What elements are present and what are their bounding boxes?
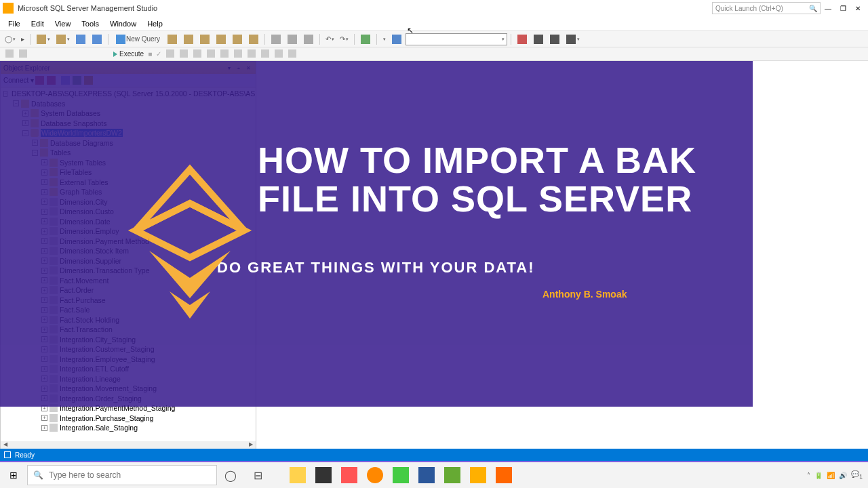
search-icon: 🔍 xyxy=(809,5,817,12)
tree-node[interactable]: +Integration.Purchase_Staging xyxy=(1,413,256,424)
t2-icon-9[interactable] xyxy=(245,49,258,60)
new-project-button[interactable]: ▾ xyxy=(34,34,52,45)
tb-icon-12[interactable] xyxy=(547,34,562,45)
tb-icon-4[interactable] xyxy=(214,34,229,45)
menu-file[interactable]: File xyxy=(3,20,26,28)
task-view-button[interactable]: ⊟ xyxy=(247,464,269,486)
status-text: Ready xyxy=(15,451,35,459)
tb-icon-1[interactable] xyxy=(165,34,180,45)
quick-launch-placeholder: Quick Launch (Ctrl+Q) xyxy=(715,5,783,12)
t2-icon-6[interactable] xyxy=(204,49,218,60)
status-bar: Ready xyxy=(0,449,868,461)
t2-icon-1[interactable] xyxy=(3,49,16,60)
system-tray[interactable]: ˄ 🔋 📶 🔊 💬1 xyxy=(807,470,868,480)
t2-icon-12[interactable] xyxy=(285,49,299,60)
cortana-button[interactable]: ◯ xyxy=(220,464,241,486)
t2-icon-8[interactable] xyxy=(231,49,245,60)
menu-edit[interactable]: Edit xyxy=(26,20,50,28)
tb-icon-10[interactable] xyxy=(515,34,530,45)
start-button[interactable]: ⊞ xyxy=(0,462,27,488)
taskbar-app-2[interactable] xyxy=(313,465,334,485)
app-icon xyxy=(3,3,14,14)
database-combo[interactable]: ▾ xyxy=(406,33,507,45)
taskbar-app-camtasia[interactable] xyxy=(442,465,462,485)
t2-icon-2[interactable] xyxy=(16,49,30,60)
copy-button[interactable] xyxy=(285,34,300,45)
title-bar: Microsoft SQL Server Management Studio Q… xyxy=(0,0,868,16)
video-overlay: HOW TO IMPORT A BAK FILE INTO SQL SERVER… xyxy=(0,61,753,407)
taskbar-app-word[interactable] xyxy=(416,465,437,485)
tb-icon-8[interactable]: ▾ xyxy=(380,36,388,43)
taskbar-app-brave[interactable] xyxy=(339,465,359,485)
cut-button[interactable] xyxy=(269,34,283,45)
taskbar-search-input[interactable]: 🔍 Type here to search xyxy=(27,465,217,485)
overlay-author: Anthony B. Smoak xyxy=(542,289,712,300)
menu-help[interactable]: Help xyxy=(142,20,168,28)
t2-icon-10[interactable] xyxy=(258,49,272,60)
sql-toolbar: Execute ■ ✓ xyxy=(0,47,868,61)
overlay-heading: HOW TO IMPORT A BAK FILE INTO SQL SERVER xyxy=(258,141,712,218)
tray-wifi-icon[interactable]: 📶 xyxy=(827,472,835,479)
main-area: Object Explorer ▾ ⫠ ✕ Connect ▾ −DESKTOP… xyxy=(0,61,868,451)
new-query-button[interactable]: New Query xyxy=(112,33,163,45)
taskbar-app-sublime[interactable] xyxy=(494,465,514,485)
status-icon xyxy=(4,451,11,458)
nav-fwd-button[interactable]: ▸ xyxy=(19,35,26,43)
overlay-subtitle: DO GREAT THINGS WITH YOUR DATA! xyxy=(217,259,712,277)
taskbar-app-firefox[interactable] xyxy=(365,465,385,485)
tb-icon-5[interactable] xyxy=(230,34,245,45)
t2-icon-11[interactable] xyxy=(272,49,285,60)
t2-icon-4[interactable] xyxy=(177,49,191,60)
overlay-logo-icon xyxy=(122,163,258,325)
nav-back-button[interactable]: ◯▾ xyxy=(3,35,18,43)
taskbar-app-line[interactable] xyxy=(391,465,411,485)
tb-icon-11[interactable] xyxy=(531,34,546,45)
taskbar-app-ssms[interactable] xyxy=(468,465,488,485)
tray-notification-icon[interactable]: 💬1 xyxy=(851,470,863,480)
undo-button[interactable]: ↶▾ xyxy=(323,35,336,43)
save-button[interactable] xyxy=(73,34,88,45)
quick-launch-input[interactable]: Quick Launch (Ctrl+Q) 🔍 xyxy=(712,2,821,14)
menu-bar: File Edit View Tools Window Help xyxy=(0,16,868,31)
tree-node[interactable]: +Integration.Sale_Staging xyxy=(1,423,256,433)
t2-icon-5[interactable] xyxy=(191,49,204,60)
search-icon: 🔍 xyxy=(33,470,43,480)
tb-icon-3[interactable] xyxy=(197,34,212,45)
main-toolbar: ◯▾ ▸ ▾ ▾ New Query ↶▾ ↷▾ ▾ ▾ ▾ xyxy=(0,31,868,47)
redo-button[interactable]: ↷▾ xyxy=(338,35,351,43)
close-button[interactable]: ✕ xyxy=(850,5,865,12)
execute-button[interactable]: Execute xyxy=(111,49,146,58)
tb-icon-7[interactable] xyxy=(358,34,373,45)
parse-button[interactable]: ✓ xyxy=(154,49,163,58)
t2-icon-3[interactable] xyxy=(163,49,177,60)
tb-icon-2[interactable] xyxy=(181,34,196,45)
taskbar-app-explorer[interactable] xyxy=(288,465,308,485)
search-placeholder: Type here to search xyxy=(49,470,121,480)
tb-icon-13[interactable]: ▾ xyxy=(564,34,582,45)
tb-icon-6[interactable] xyxy=(246,34,261,45)
menu-window[interactable]: Window xyxy=(104,20,142,28)
t2-icon-7[interactable] xyxy=(218,49,231,60)
save-all-button[interactable] xyxy=(90,34,104,45)
tray-chevron-icon[interactable]: ˄ xyxy=(807,472,810,479)
app-title: Microsoft SQL Server Management Studio xyxy=(18,4,712,12)
open-button[interactable]: ▾ xyxy=(54,34,72,45)
paste-button[interactable] xyxy=(301,34,316,45)
minimize-button[interactable]: — xyxy=(821,5,835,12)
menu-tools[interactable]: Tools xyxy=(76,20,104,28)
maximize-button[interactable]: ❐ xyxy=(835,5,850,12)
tray-volume-icon[interactable]: 🔊 xyxy=(839,472,847,479)
stop-button[interactable]: ■ xyxy=(146,49,154,58)
tray-battery-icon[interactable]: 🔋 xyxy=(814,472,823,479)
tb-icon-9[interactable] xyxy=(389,34,404,45)
menu-view[interactable]: View xyxy=(50,20,77,28)
windows-taskbar: ⊞ 🔍 Type here to search ◯ ⊟ ˄ 🔋 📶 🔊 💬1 xyxy=(0,461,868,488)
